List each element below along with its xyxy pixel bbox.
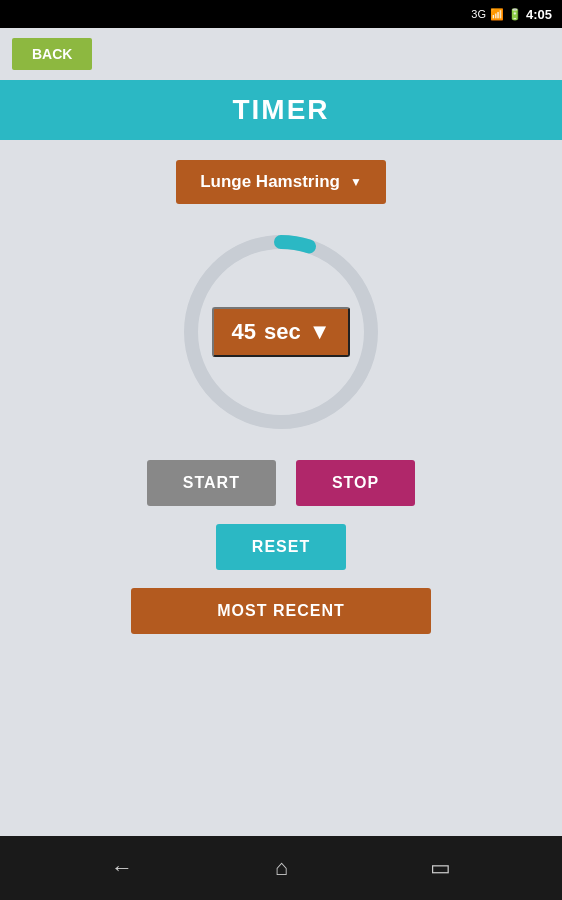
main-content: BACK TIMER Lunge Hamstring ▼ bbox=[0, 28, 562, 836]
app: 3G 📶 🔋 4:05 BACK TIMER Lunge Hamstring ▼ bbox=[0, 0, 562, 900]
nav-recent-icon[interactable]: ▭ bbox=[430, 855, 451, 881]
battery-icon: 🔋 bbox=[508, 8, 522, 21]
body-content: Lunge Hamstring ▼ 45 sec ▼ STA bbox=[0, 140, 562, 836]
status-bar: 3G 📶 🔋 4:05 bbox=[0, 0, 562, 28]
page-title: TIMER bbox=[232, 94, 329, 125]
start-button[interactable]: START bbox=[147, 460, 276, 506]
header: TIMER bbox=[0, 80, 562, 140]
timer-circle-container: 45 sec ▼ bbox=[171, 222, 391, 442]
nav-back-icon[interactable]: ← bbox=[111, 855, 133, 881]
reset-button[interactable]: RESET bbox=[216, 524, 346, 570]
signal-icon: 3G bbox=[471, 8, 486, 20]
status-time: 4:05 bbox=[526, 7, 552, 22]
control-buttons: START STOP bbox=[147, 460, 415, 506]
exercise-selector-button[interactable]: Lunge Hamstring ▼ bbox=[176, 160, 386, 204]
nav-bar: ← ⌂ ▭ bbox=[0, 836, 562, 900]
wifi-icon: 📶 bbox=[490, 8, 504, 21]
exercise-label: Lunge Hamstring bbox=[200, 172, 340, 192]
back-button[interactable]: BACK bbox=[12, 38, 92, 70]
most-recent-button[interactable]: MOST RECENT bbox=[131, 588, 431, 634]
stop-button[interactable]: STOP bbox=[296, 460, 415, 506]
timer-value: 45 bbox=[232, 319, 256, 345]
timer-display-button[interactable]: 45 sec ▼ bbox=[212, 307, 351, 357]
timer-unit: sec bbox=[264, 319, 301, 345]
exercise-dropdown-arrow: ▼ bbox=[350, 175, 362, 189]
nav-home-icon[interactable]: ⌂ bbox=[275, 855, 288, 881]
timer-dropdown-arrow: ▼ bbox=[309, 319, 331, 345]
back-button-area: BACK bbox=[0, 28, 562, 80]
